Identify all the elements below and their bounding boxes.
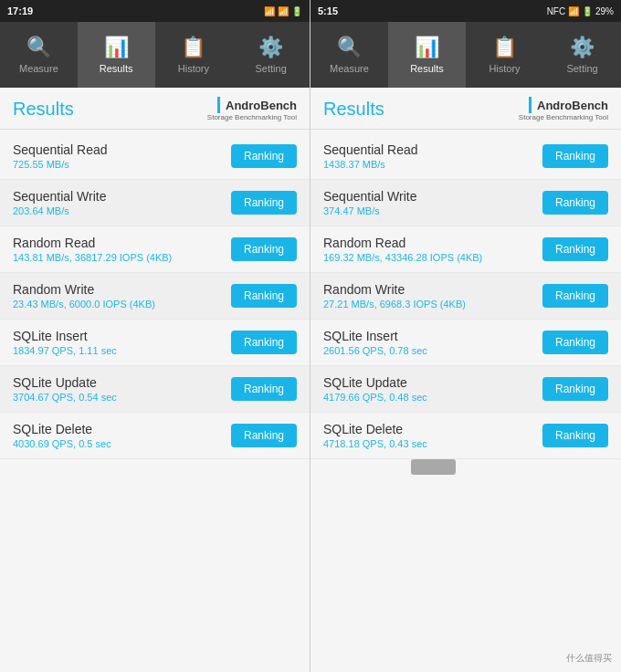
- right-sqlite-update-value: 4179.66 QPS, 0.48 sec: [323, 392, 427, 403]
- right-results-icon: 📊: [415, 36, 439, 59]
- right-sqlite-update-name: SQLite Update: [323, 375, 427, 390]
- right-seq-write-ranking-btn[interactable]: Ranking: [542, 191, 608, 215]
- right-sqlite-delete-info: SQLite Delete 4718.18 QPS, 0.43 sec: [323, 422, 427, 449]
- right-sqlite-insert-value: 2601.56 QPS, 0.78 sec: [323, 345, 427, 356]
- right-seq-read-info: Sequential Read 1438.37 MB/s: [323, 142, 418, 170]
- left-time: 17:19: [7, 5, 33, 16]
- left-androbench-logo: AndroBench Storage Benchmarking Tool: [207, 97, 297, 121]
- right-logo-main: AndroBench: [529, 97, 608, 113]
- left-sqlite-delete-name: SQLite Delete: [13, 422, 111, 436]
- left-sqlite-insert-ranking-btn[interactable]: Ranking: [231, 331, 297, 354]
- left-tab-history-label: History: [178, 63, 209, 74]
- right-sqlite-delete-name: SQLite Delete: [323, 422, 427, 436]
- right-tab-history-label: History: [489, 63, 520, 74]
- right-seq-write-info: Sequential Write 374.47 MB/s: [323, 189, 416, 216]
- right-sqlite-update-ranking-btn[interactable]: Ranking: [542, 377, 608, 401]
- right-sqlite-insert-info: SQLite Insert 2601.56 QPS, 0.78 sec: [323, 329, 427, 356]
- right-tab-setting[interactable]: ⚙️ Setting: [543, 22, 621, 88]
- right-tab-results[interactable]: 📊 Results: [388, 22, 466, 88]
- left-logo-main: AndroBench: [217, 97, 297, 113]
- left-item-rand-read: Random Read 143.81 MB/s, 36817.29 IOPS (…: [0, 226, 310, 273]
- left-rand-read-value: 143.81 MB/s, 36817.29 IOPS (4KB): [13, 252, 172, 263]
- left-tab-history[interactable]: 📋 History: [155, 22, 233, 88]
- left-sqlite-delete-info: SQLite Delete 4030.69 QPS, 0.5 sec: [13, 422, 111, 449]
- right-nav-tabs: 🔍 Measure 📊 Results 📋 History ⚙️ Setting: [310, 22, 621, 88]
- right-rand-read-ranking-btn[interactable]: Ranking: [542, 237, 608, 261]
- left-seq-write-name: Sequential Write: [13, 189, 106, 204]
- right-setting-icon: ⚙️: [570, 36, 595, 59]
- right-rand-write-name: Random Write: [323, 282, 466, 297]
- left-rand-write-ranking-btn[interactable]: Ranking: [231, 284, 297, 308]
- left-item-sqlite-update: SQLite Update 3704.67 QPS, 0.54 sec Rank…: [0, 366, 310, 413]
- left-rand-write-name: Random Write: [13, 282, 155, 297]
- left-results-title: Results: [13, 99, 74, 120]
- left-tab-setting[interactable]: ⚙️ Setting: [232, 22, 310, 88]
- left-rand-read-ranking-btn[interactable]: Ranking: [231, 237, 297, 261]
- right-seq-read-name: Sequential Read: [323, 142, 418, 157]
- right-item-sqlite-delete: SQLite Delete 4718.18 QPS, 0.43 sec Rank…: [310, 413, 621, 459]
- left-nav-tabs: 🔍 Measure 📊 Results 📋 History ⚙️ Setting: [0, 22, 310, 88]
- left-seq-write-value: 203.64 MB/s: [13, 205, 106, 216]
- battery-icon: 🔋: [291, 6, 302, 16]
- right-history-icon: 📋: [492, 36, 517, 59]
- left-sqlite-insert-value: 1834.97 QPS, 1.11 sec: [13, 345, 117, 356]
- right-measure-icon: 🔍: [337, 36, 362, 59]
- right-content-area: Results AndroBench Storage Benchmarking …: [310, 88, 621, 672]
- right-battery-icon: 🔋 29%: [582, 6, 614, 16]
- left-sqlite-update-name: SQLite Update: [13, 375, 117, 390]
- logo-bar: [217, 97, 220, 113]
- left-tab-results[interactable]: 📊 Results: [78, 22, 155, 88]
- bottom-bar: [411, 459, 456, 475]
- wifi-icon: 📶: [264, 6, 275, 16]
- left-results-header: Results AndroBench Storage Benchmarking …: [0, 88, 310, 129]
- right-tab-history[interactable]: 📋 History: [466, 22, 543, 88]
- right-tab-setting-label: Setting: [566, 63, 597, 74]
- right-item-sqlite-insert: SQLite Insert 2601.56 QPS, 0.78 sec Rank…: [310, 320, 621, 366]
- left-tab-measure-label: Measure: [19, 63, 58, 74]
- left-item-sqlite-delete: SQLite Delete 4030.69 QPS, 0.5 sec Ranki…: [0, 413, 310, 459]
- left-seq-write-info: Sequential Write 203.64 MB/s: [13, 189, 106, 216]
- left-seq-read-name: Sequential Read: [13, 142, 108, 157]
- left-seq-write-ranking-btn[interactable]: Ranking: [231, 191, 297, 215]
- right-results-title: Results: [323, 99, 384, 120]
- left-item-seq-write: Sequential Write 203.64 MB/s Ranking: [0, 180, 310, 226]
- right-item-rand-write: Random Write 27.21 MB/s, 6968.3 IOPS (4K…: [310, 273, 621, 320]
- left-sqlite-delete-ranking-btn[interactable]: Ranking: [231, 424, 297, 447]
- left-rand-write-value: 23.43 MB/s, 6000.0 IOPS (4KB): [13, 299, 155, 310]
- left-phone-panel: 17:19 📶 📶 🔋 🔍 Measure 📊 Results 📋 Histor…: [0, 0, 310, 672]
- right-sqlite-delete-ranking-btn[interactable]: Ranking: [542, 424, 608, 447]
- right-phone-panel: 5:15 NFC 📶 🔋 29% 🔍 Measure 📊 Results 📋 H…: [310, 0, 621, 672]
- right-rand-read-name: Random Read: [323, 236, 482, 250]
- left-rand-write-info: Random Write 23.43 MB/s, 6000.0 IOPS (4K…: [13, 282, 155, 310]
- setting-icon: ⚙️: [258, 36, 283, 59]
- right-logo-sub: Storage Benchmarking Tool: [519, 113, 608, 121]
- right-rand-write-info: Random Write 27.21 MB/s, 6968.3 IOPS (4K…: [323, 282, 466, 310]
- left-seq-read-ranking-btn[interactable]: Ranking: [231, 144, 297, 168]
- right-logo-bar: [529, 97, 532, 113]
- right-item-rand-read: Random Read 169.32 MB/s, 43346.28 IOPS (…: [310, 226, 621, 273]
- right-time: 5:15: [318, 5, 338, 16]
- measure-icon: 🔍: [26, 36, 51, 59]
- right-item-seq-read: Sequential Read 1438.37 MB/s Ranking: [310, 133, 621, 180]
- right-seq-read-ranking-btn[interactable]: Ranking: [542, 144, 608, 168]
- right-tab-measure[interactable]: 🔍 Measure: [310, 22, 388, 88]
- left-seq-read-info: Sequential Read 725.55 MB/s: [13, 142, 108, 170]
- right-rand-write-ranking-btn[interactable]: Ranking: [542, 284, 608, 308]
- left-content-area: Results AndroBench Storage Benchmarking …: [0, 88, 310, 672]
- right-sqlite-insert-ranking-btn[interactable]: Ranking: [542, 331, 608, 354]
- right-sqlite-insert-name: SQLite Insert: [323, 329, 427, 343]
- right-tab-measure-label: Measure: [330, 63, 369, 74]
- right-seq-read-value: 1438.37 MB/s: [323, 159, 418, 170]
- right-divider: [310, 129, 621, 130]
- right-item-seq-write: Sequential Write 374.47 MB/s Ranking: [310, 180, 621, 226]
- right-nfc-icon: NFC: [547, 6, 566, 16]
- right-status-icons: NFC 📶 🔋 29%: [547, 6, 614, 16]
- left-rand-read-info: Random Read 143.81 MB/s, 36817.29 IOPS (…: [13, 236, 172, 263]
- left-sqlite-update-info: SQLite Update 3704.67 QPS, 0.54 sec: [13, 375, 117, 403]
- right-results-header: Results AndroBench Storage Benchmarking …: [310, 88, 621, 129]
- left-sqlite-update-ranking-btn[interactable]: Ranking: [231, 377, 297, 401]
- results-icon: 📊: [104, 36, 129, 59]
- left-tab-measure[interactable]: 🔍 Measure: [0, 22, 78, 88]
- watermark-label: 什么值得买: [566, 652, 612, 665]
- left-rand-read-name: Random Read: [13, 236, 172, 250]
